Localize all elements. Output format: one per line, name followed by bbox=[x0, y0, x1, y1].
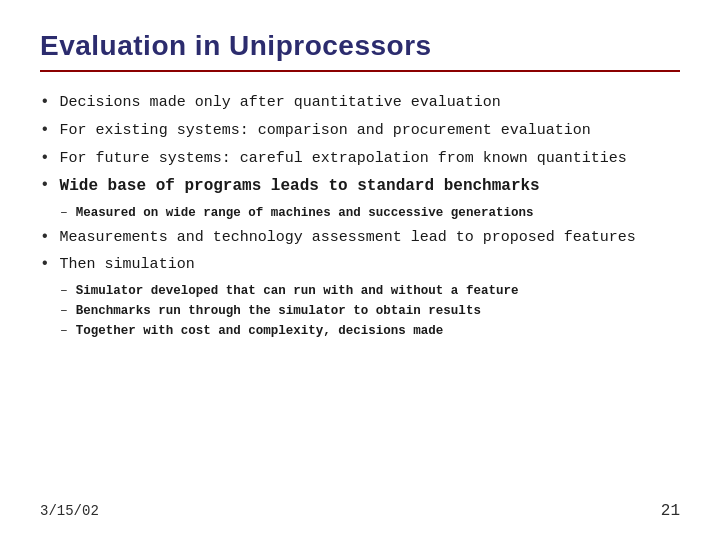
sub-bullet-text: Together with cost and complexity, decis… bbox=[76, 322, 444, 340]
title-section: Evaluation in Uniprocessors bbox=[40, 30, 680, 72]
list-item-with-sub: • Wide base of programs leads to standar… bbox=[40, 175, 680, 226]
bullet-icon: • bbox=[40, 228, 50, 246]
bullet-text: For existing systems: comparison and pro… bbox=[60, 120, 591, 142]
slide-footer: 3/15/02 21 bbox=[40, 492, 680, 520]
sub-bullet-list: – Measured on wide range of machines and… bbox=[60, 204, 680, 222]
sub-bullet-icon: – bbox=[60, 205, 68, 220]
slide: Evaluation in Uniprocessors • Decisions … bbox=[0, 0, 720, 540]
bullet-icon: • bbox=[40, 149, 50, 167]
list-item: • Wide base of programs leads to standar… bbox=[40, 175, 680, 198]
bullet-text: Measurements and technology assessment l… bbox=[60, 227, 636, 249]
bullet-text: Wide base of programs leads to standard … bbox=[60, 175, 540, 198]
sub-bullet-text: Simulator developed that can run with an… bbox=[76, 282, 519, 300]
bullet-text: Decisions made only after quantitative e… bbox=[60, 92, 501, 114]
bullet-icon: • bbox=[40, 176, 50, 194]
bullet-icon: • bbox=[40, 121, 50, 139]
sub-bullet-icon: – bbox=[60, 303, 68, 318]
sub-list-item: – Simulator developed that can run with … bbox=[60, 282, 680, 300]
bullet-text: Then simulation bbox=[60, 254, 195, 276]
sub-list-item: – Measured on wide range of machines and… bbox=[60, 204, 680, 222]
list-item-with-sub: • Then simulation – Simulator developed … bbox=[40, 254, 680, 344]
list-item: • For existing systems: comparison and p… bbox=[40, 120, 680, 142]
sub-list-item: – Benchmarks run through the simulator t… bbox=[60, 302, 680, 320]
slide-content: • Decisions made only after quantitative… bbox=[40, 92, 680, 492]
list-item: • Measurements and technology assessment… bbox=[40, 227, 680, 249]
list-item: • Then simulation bbox=[40, 254, 680, 276]
sub-bullet-text: Benchmarks run through the simulator to … bbox=[76, 302, 481, 320]
slide-title: Evaluation in Uniprocessors bbox=[40, 30, 680, 62]
bullet-icon: • bbox=[40, 93, 50, 111]
sub-bullet-text: Measured on wide range of machines and s… bbox=[76, 204, 534, 222]
sub-bullet-list: – Simulator developed that can run with … bbox=[60, 282, 680, 340]
list-item: • For future systems: careful extrapolat… bbox=[40, 148, 680, 170]
bullet-text: For future systems: careful extrapolatio… bbox=[60, 148, 627, 170]
sub-bullet-icon: – bbox=[60, 283, 68, 298]
sub-bullet-icon: – bbox=[60, 323, 68, 338]
sub-list-item: – Together with cost and complexity, dec… bbox=[60, 322, 680, 340]
footer-page-number: 21 bbox=[661, 502, 680, 520]
footer-date: 3/15/02 bbox=[40, 503, 99, 519]
bullet-icon: • bbox=[40, 255, 50, 273]
list-item: • Decisions made only after quantitative… bbox=[40, 92, 680, 114]
